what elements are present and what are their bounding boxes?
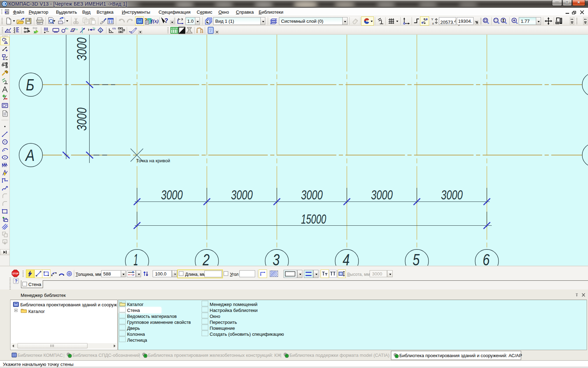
svg-text:3a: 3a bbox=[92, 27, 95, 29]
svg-text:x: x bbox=[432, 22, 434, 25]
svg-text:1: 1 bbox=[134, 251, 138, 266]
svg-text:2: 2 bbox=[202, 251, 210, 266]
svg-text:6: 6 bbox=[483, 251, 490, 266]
svg-text:?: ? bbox=[15, 278, 18, 284]
svg-text:STOP: STOP bbox=[12, 272, 19, 275]
svg-text:3000: 3000 bbox=[441, 188, 463, 202]
svg-text:f(x): f(x) bbox=[151, 18, 159, 24]
svg-text:KN: KN bbox=[112, 27, 116, 30]
svg-text:?: ? bbox=[209, 28, 212, 33]
svg-text:3000: 3000 bbox=[75, 108, 89, 131]
svg-text:15000: 15000 bbox=[301, 212, 326, 226]
svg-text:N: N bbox=[72, 29, 74, 32]
svg-text:3a: 3a bbox=[75, 28, 78, 30]
svg-text:3000: 3000 bbox=[301, 188, 323, 202]
svg-text:?: ? bbox=[164, 17, 168, 24]
svg-text:Y: Y bbox=[431, 18, 433, 21]
svg-text:Б: Б bbox=[26, 76, 34, 94]
svg-text:5: 5 bbox=[413, 251, 420, 266]
svg-text:3000: 3000 bbox=[161, 188, 183, 202]
svg-text:3000: 3000 bbox=[75, 38, 89, 61]
svg-text:Точка на кривой: Точка на кривой bbox=[136, 158, 170, 163]
svg-text:3a: 3a bbox=[65, 27, 68, 30]
svg-text:А: А bbox=[24, 146, 35, 164]
svg-text:4: 4 bbox=[343, 251, 350, 266]
svg-text:3: 3 bbox=[273, 251, 280, 266]
svg-text:3000: 3000 bbox=[231, 188, 253, 202]
svg-text:3000: 3000 bbox=[371, 188, 393, 202]
svg-text:1: 1 bbox=[100, 29, 102, 32]
